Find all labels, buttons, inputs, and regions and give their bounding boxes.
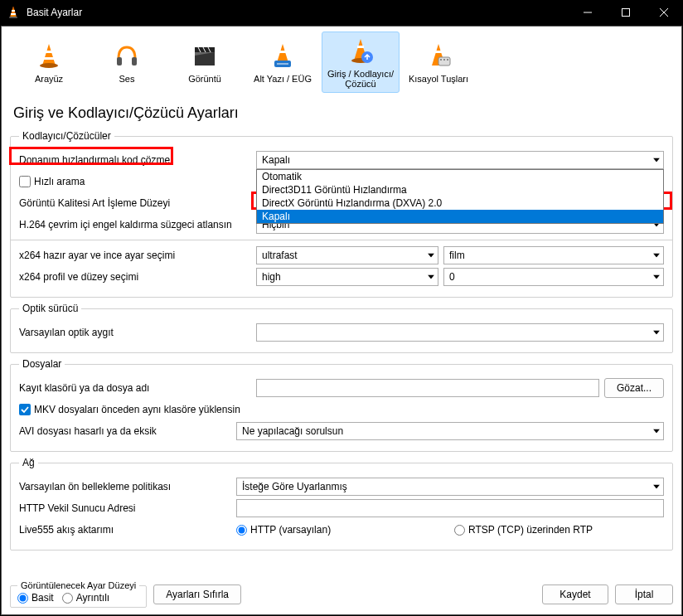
cancel-button[interactable]: İptal [615,584,673,604]
hotkey-icon [424,41,453,70]
x264-preset-select[interactable]: ultrafast [256,246,438,264]
hw-option-auto[interactable]: Otomatik [257,170,663,183]
chevron-down-icon [653,275,660,279]
codec-icon [346,36,375,65]
svg-rect-12 [117,57,122,65]
vlc-app-icon [7,6,20,19]
chevron-down-icon [428,275,434,279]
svg-marker-42 [653,485,660,489]
hw-option-dxva2[interactable]: DirectX Görüntü Hızlandırma (DXVA) 2.0 [257,196,663,210]
svg-point-11 [40,63,58,68]
chevron-down-icon [653,429,660,434]
tab-subtitles[interactable]: Alt Yazı / EÜG [244,32,322,93]
footer: Görüntülenecek Ayar Düzeyi Basit Ayrıntı… [10,577,673,608]
fast-seek-checkbox[interactable]: Hızlı arama [19,176,85,187]
hw-decode-dropdown[interactable]: Otomatik Direct3D11 Görüntü Hızlandırma … [256,169,664,224]
hw-decode-label: Donanım hızlandırmalı kod çözme [19,154,251,166]
record-path-input[interactable] [256,379,599,397]
optical-device-label: Varsayılan optik aygıt [19,327,251,338]
deblock-label: H.264 çevrim içi engel kaldırma süzgeci … [19,219,251,230]
cache-policy-label: Varsayılan ön bellekleme politikası [19,481,231,492]
svg-rect-9 [46,51,52,53]
tab-hotkeys[interactable]: Kısayol Tuşları [400,32,477,93]
svg-marker-37 [653,254,660,258]
svg-rect-5 [622,9,630,17]
svg-rect-25 [357,46,364,48]
x264-profile-select[interactable]: high [256,268,438,286]
hw-decode-select[interactable]: Kapalı [256,151,664,169]
tab-audio[interactable]: Ses [88,32,166,93]
svg-rect-32 [443,59,445,61]
window-title: Basit Ayarlar [27,7,569,18]
svg-rect-30 [438,57,450,65]
x264-level-select[interactable]: 0 [443,268,664,286]
hw-option-off[interactable]: Kapalı [257,210,663,223]
x264-preset-label: x264 hazır ayar ve ince ayar seçimi [19,250,251,261]
svg-marker-38 [428,275,434,279]
optical-device-select[interactable] [256,323,664,342]
svg-marker-8 [42,44,56,65]
tab-interface[interactable]: Arayüz [10,32,88,93]
settings-tabs: Arayüz Ses Görüntü Alt Yazı / EÜG Giriş … [10,32,673,93]
x264-tune-select[interactable]: film [443,246,664,264]
chevron-down-icon [653,331,660,335]
svg-marker-41 [653,429,660,434]
svg-marker-40 [653,331,660,335]
headphones-icon [112,41,142,70]
show-settings-legend: Görüntülenecek Ayar Düzeyi [17,580,139,590]
detailed-radio[interactable]: Ayrıntılı [62,592,109,604]
chevron-down-icon [653,254,660,258]
svg-marker-34 [653,158,660,162]
svg-marker-36 [428,254,434,258]
http-proxy-input[interactable] [236,499,664,517]
http-proxy-label: HTTP Vekil Sunucu Adresi [19,502,231,514]
cache-policy-select[interactable]: İsteğe Göre Uyarlanmış [236,478,664,496]
browse-button[interactable]: Gözat... [604,378,664,398]
svg-rect-29 [435,51,442,53]
quality-label: Görüntü Kalitesi Art İşleme Düzeyi [19,197,251,209]
avi-damaged-select[interactable]: Ne yapılacağı sorulsun [236,422,664,440]
subtitle-icon [268,41,298,70]
svg-rect-2 [11,13,16,15]
svg-marker-0 [10,7,17,17]
live555-label: Live555 akış aktarımı [19,524,231,536]
live555-http-radio[interactable]: HTTP (varsayılan) [236,524,446,536]
network-legend: Ağ [19,457,38,468]
tab-input-codecs[interactable]: Giriş / Kodlayıcı/Çözücü [322,32,400,93]
close-button[interactable] [645,0,683,25]
live555-rtsp-radio[interactable]: RTSP (TCP) üzerinden RTP [454,524,664,536]
save-button[interactable]: Kaydet [542,584,608,604]
optical-group: Optik sürücü Varsayılan optik aygıt [10,303,673,353]
chevron-down-icon [653,485,660,489]
svg-rect-33 [447,59,448,61]
codecs-group: Kodlayıcı/Çözücüler Donanım hızlandırmal… [10,130,673,298]
tab-video[interactable]: Görüntü [166,32,244,93]
minimize-button[interactable] [569,0,607,25]
mkv-preload-checkbox[interactable]: MKV dosyaları önceden aynı klasöre yükle… [19,404,240,415]
optical-legend: Optik sürücü [19,303,81,314]
svg-rect-21 [279,51,286,53]
hw-option-d3d11[interactable]: Direct3D11 Görüntü Hızlandırma [257,183,663,196]
clapperboard-icon [190,41,220,70]
files-group: Dosyalar Kayıt klasörü ya da dosya adı G… [10,358,673,452]
record-path-label: Kayıt klasörü ya da dosya adı [19,382,251,394]
titlebar: Basit Ayarlar [0,0,683,25]
files-legend: Dosyalar [19,358,65,370]
cone-icon [34,41,64,70]
svg-rect-13 [132,57,137,65]
avi-damaged-label: AVI dosyası hasarlı ya da eksik [19,425,231,437]
maximize-button[interactable] [607,0,645,25]
chevron-down-icon [653,158,660,162]
svg-rect-1 [12,10,15,12]
codecs-legend: Kodlayıcı/Çözücüler [19,130,114,142]
svg-rect-10 [44,57,54,60]
page-title: Giriş ve Kodlayıcı/Çözücü Ayarları [13,104,673,122]
reset-button[interactable]: Ayarları Sıfırla [153,584,241,604]
svg-rect-31 [440,59,442,61]
network-group: Ağ Varsayılan ön bellekleme politikası İ… [10,457,673,551]
chevron-down-icon [428,254,434,258]
simple-radio[interactable]: Basit [17,592,54,604]
svg-rect-3 [9,17,17,18]
svg-marker-39 [653,275,660,279]
x264-profile-label: x264 profil ve düzey seçimi [19,271,251,283]
